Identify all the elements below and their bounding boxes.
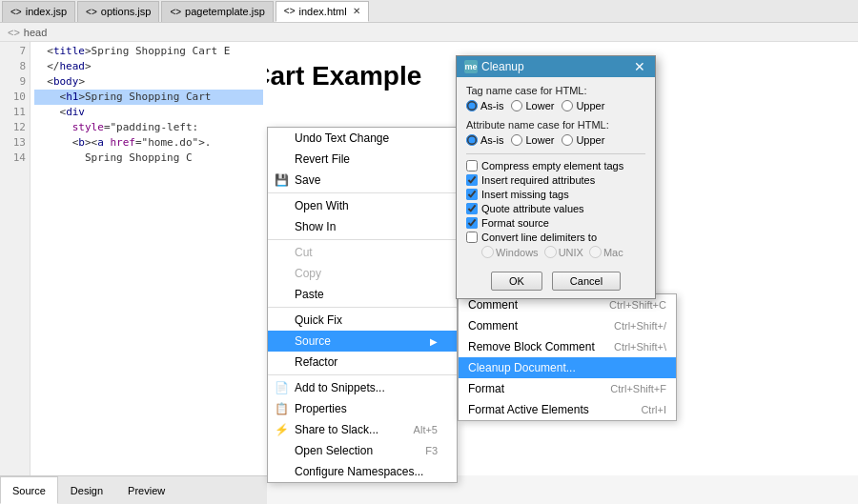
editor-header: <> head (0, 23, 858, 42)
convert-line-options: Windows UNIX Mac (481, 246, 645, 258)
breadcrumb: head (24, 27, 47, 38)
dialog-divider-1 (466, 153, 645, 154)
convert-radio-unix[interactable]: UNIX (544, 246, 583, 258)
checkbox-convert-line[interactable]: Convert line delimiters to (466, 232, 645, 243)
menu-paste[interactable]: Paste (268, 284, 457, 305)
line-num-9: 9 (0, 74, 30, 90)
bottom-tab-preview-label: Preview (128, 485, 165, 496)
code-line-14: Spring Shopping C (34, 151, 263, 166)
checkbox-insert-required[interactable]: Insert required attributes (466, 174, 645, 186)
line-num-8: 8 (0, 59, 30, 74)
line-num-12: 12 (0, 120, 30, 135)
code-line-8: </head> (34, 59, 263, 74)
tag-radio-as-is[interactable]: As-is (466, 100, 503, 111)
sub-context-menu: Comment Ctrl+Shift+C Comment Ctrl+Shift+… (458, 293, 677, 421)
menu-source[interactable]: Source ▶ (268, 331, 457, 352)
menu-add-snippets[interactable]: 📄 Add to Snippets... (268, 377, 457, 398)
tag-radio-group: As-is Lower Upper (466, 100, 645, 111)
menu-open-with[interactable]: Open With (268, 195, 457, 216)
code-line-12: style="padding-left: (34, 120, 263, 135)
dialog-title: Cleanup (481, 60, 524, 73)
menu-configure-ns[interactable]: Configure Namespaces... (268, 461, 457, 482)
tab-index-html[interactable]: <> index.html ✕ (276, 1, 369, 22)
sub-menu-uncomment[interactable]: Comment Ctrl+Shift+/ (459, 315, 676, 336)
convert-radio-mac[interactable]: Mac (589, 246, 623, 258)
menu-revert[interactable]: Revert File (268, 149, 457, 170)
tab-close-index-html[interactable]: ✕ (353, 6, 360, 16)
checkbox-format-source[interactable]: Format source (466, 217, 645, 229)
sub-menu-cleanup-document[interactable]: Cleanup Document... (459, 357, 676, 378)
tag-name-label: Tag name case for HTML: (466, 85, 645, 96)
line-num-14: 14 (0, 151, 30, 166)
menu-cut[interactable]: Cut (268, 242, 457, 263)
menu-open-selection[interactable]: Open Selection F3 (268, 440, 457, 461)
attr-radio-as-is[interactable]: As-is (466, 134, 503, 146)
attr-radio-lower[interactable]: Lower (511, 134, 554, 146)
tab-bar: <> index.jsp <> options.jsp <> pagetempl… (0, 0, 858, 23)
tab-icon-index-jsp: <> (10, 7, 22, 17)
sub-menu-remove-block-comment[interactable]: Remove Block Comment Ctrl+Shift+\ (459, 336, 676, 357)
tag-radio-upper[interactable]: Upper (562, 100, 604, 111)
bottom-tab-design[interactable]: Design (58, 476, 115, 504)
dialog-titlebar: me Cleanup ✕ (457, 56, 655, 77)
code-line-11: <div (34, 105, 263, 120)
attr-name-label: Attribute name case for HTML: (466, 119, 645, 131)
dialog-body: Tag name case for HTML: As-is Lower Uppe… (457, 77, 655, 266)
menu-copy[interactable]: Copy (268, 263, 457, 284)
dialog-ok-button[interactable]: OK (491, 272, 542, 291)
dialog-cancel-button[interactable]: Cancel (552, 272, 621, 291)
menu-properties[interactable]: 📋 Properties (268, 398, 457, 419)
bottom-tab-bar: Source Design Preview (0, 475, 267, 504)
sub-menu-format-active[interactable]: Format Active Elements Ctrl+I (459, 399, 676, 420)
bottom-tab-preview[interactable]: Preview (115, 476, 177, 504)
menu-sep-3 (268, 307, 457, 308)
editor-container: <> index.jsp <> options.jsp <> pagetempl… (0, 0, 858, 504)
menu-sep-1 (268, 192, 457, 193)
tab-icon-index-html: <> (284, 6, 296, 16)
menu-show-in[interactable]: Show In (268, 216, 457, 237)
menu-share-slack[interactable]: ⚡ Share to Slack... Alt+5 (268, 419, 457, 440)
tab-index-jsp[interactable]: <> index.jsp (2, 1, 75, 22)
menu-quick-fix[interactable]: Quick Fix (268, 310, 457, 331)
tab-options-jsp[interactable]: <> options.jsp (77, 1, 159, 22)
menu-undo[interactable]: Undo Text Change (268, 128, 457, 149)
menu-save[interactable]: 💾 Save (268, 170, 457, 191)
line-num-7: 7 (0, 44, 30, 59)
dialog-title-icon: me (464, 60, 478, 73)
properties-icon: 📋 (274, 402, 289, 415)
source-submenu-arrow: ▶ (430, 336, 438, 347)
checkbox-compress[interactable]: Compress empty element tags (466, 160, 645, 171)
bottom-tab-design-label: Design (71, 485, 103, 496)
dialog-footer: OK Cancel (457, 266, 655, 298)
cleanup-dialog: me Cleanup ✕ Tag name case for HTML: As-… (456, 55, 656, 299)
attr-radio-upper[interactable]: Upper (562, 134, 604, 146)
code-line-7: <title>Spring Shopping Cart E (34, 44, 263, 59)
line-num-13: 13 (0, 135, 30, 151)
code-content: <title>Spring Shopping Cart E </head> <b… (31, 42, 267, 168)
line-numbers: 7 8 9 10 11 12 13 14 (0, 42, 31, 475)
save-icon: 💾 (274, 173, 289, 187)
context-menu: Undo Text Change Revert File 💾 Save Open… (267, 127, 458, 483)
tab-label-pagetemplate-jsp: pagetemplate.jsp (185, 6, 265, 17)
snippets-icon: 📄 (274, 381, 289, 394)
dialog-close-button[interactable]: ✕ (632, 60, 647, 73)
tag-radio-lower[interactable]: Lower (511, 100, 554, 111)
checkbox-insert-missing[interactable]: Insert missing tags (466, 189, 645, 200)
slack-icon: ⚡ (274, 423, 289, 436)
tab-icon-pagetemplate-jsp: <> (170, 7, 181, 17)
tab-label-index-html: index.html (299, 6, 347, 17)
tab-icon-options-jsp: <> (86, 7, 97, 17)
convert-radio-windows[interactable]: Windows (481, 246, 539, 258)
bottom-tab-source[interactable]: Source (0, 476, 58, 504)
sub-menu-format[interactable]: Format Ctrl+Shift+F (459, 378, 676, 399)
menu-refactor[interactable]: Refactor (268, 352, 457, 373)
checkbox-quote-attr[interactable]: Quote attribute values (466, 203, 645, 214)
line-num-11: 11 (0, 105, 30, 120)
tab-pagetemplate-jsp[interactable]: <> pagetemplate.jsp (161, 1, 273, 22)
code-line-9: <body> (34, 74, 263, 90)
breadcrumb-icon: <> (8, 27, 20, 38)
attr-radio-group: As-is Lower Upper (466, 134, 645, 146)
tab-label-options-jsp: options.jsp (101, 6, 152, 17)
menu-sep-2 (268, 239, 457, 240)
bottom-tab-source-label: Source (12, 485, 46, 496)
